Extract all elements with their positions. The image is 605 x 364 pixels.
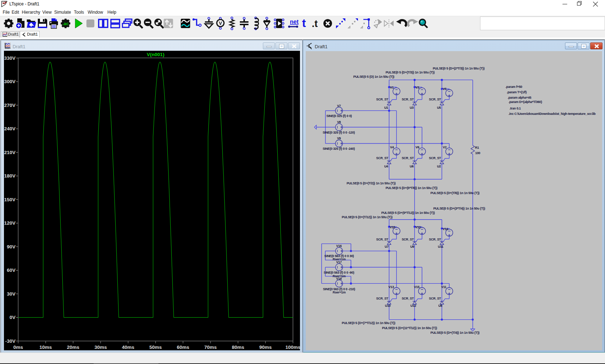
svg-text:PULSE(0 5 {D+(T/4)} 1n 1n 50u: PULSE(0 5 {D+(T/4)} 1n 1n 50u {T}) [430,331,479,334]
svg-text:.param alpha=45: .param alpha=45 [508,96,532,99]
svg-text:SCR_ST: SCR_ST [376,156,389,160]
svg-text:100ms: 100ms [285,345,300,350]
svg-text:40ms: 40ms [122,345,134,350]
svg-text:SCR_ST: SCR_ST [402,238,414,241]
svg-text:SCR_ST: SCR_ST [376,297,389,300]
svg-text:U8: U8 [438,304,442,307]
svg-text:V7: V7 [337,104,341,108]
svg-text:V13: V13 [389,285,394,289]
svg-text:V10: V10 [390,225,395,229]
svg-text:60ms: 60ms [177,345,189,350]
svg-text:V2: V2 [443,145,447,149]
svg-text:50ms: 50ms [149,345,162,350]
svg-text:60V: 60V [7,268,15,273]
svg-text:PULSE(0 5 {D} 1n 1n 50u {T}): PULSE(0 5 {D} 1n 1n 50u {T}) [353,75,394,78]
svg-text:U6: U6 [410,165,414,168]
svg-text:20ms: 20ms [67,345,80,350]
svg-text:PULSE(0 5 {D+(3*T/4)} 1n 1n 50: PULSE(0 5 {D+(3*T/4)} 1n 1n 50u {T}) [433,207,485,210]
svg-text:U7: U7 [385,245,389,248]
svg-text:120V: 120V [4,220,15,226]
svg-text:U11: U11 [438,245,443,248]
svg-text:Rser=1m: Rser=1m [333,257,346,261]
svg-text:net: net [290,19,299,25]
svg-text:300V: 300V [4,79,15,84]
svg-text:PULSE(0 5 {D+(T/2)} 1n 1n 50u: PULSE(0 5 {D+(T/2)} 1n 1n 50u {T}) [346,181,395,185]
svg-text:R1: R1 [475,146,479,149]
svg-text:V(n001): V(n001) [147,52,165,57]
svg-text:Rser=1m: Rser=1m [333,291,346,294]
svg-text:150V: 150V [4,197,15,202]
svg-text:SCR_ST: SCR_ST [402,156,414,160]
svg-text:PULSE(0 5 {D+(5*T/12)} 1n 1n 5: PULSE(0 5 {D+(5*T/12)} 1n 1n 50u {T}) [381,211,435,215]
svg-text:PULSE(0 5 {D+(T/12)} 1n 1n 50u: PULSE(0 5 {D+(T/12)} 1n 1n 50u {T}) [342,215,393,219]
svg-text:SINE(0 325 {f} 0 0): SINE(0 325 {f} 0 0) [326,114,352,118]
svg-text:70ms: 70ms [204,345,217,350]
svg-text:V16: V16 [336,244,342,248]
svg-text:V5: V5 [443,87,447,91]
svg-text:0ms: 0ms [13,345,23,350]
svg-text:V9: V9 [337,136,341,140]
svg-text:SINE(0 325 {f} 0 0 -240): SINE(0 325 {f} 0 0 -240) [323,147,355,150]
svg-text:.inc C:\Users\zkouam\Downloads: .inc C:\Users\zkouam\Downloads\st_high-t… [508,112,596,116]
svg-text:SCR_ST: SCR_ST [429,297,441,300]
svg-text:PULSE(0 5 {D+(7*T/12)} 1n 1n 5: PULSE(0 5 {D+(7*T/12)} 1n 1n 50u {T}) [342,321,395,325]
svg-text:SCR_ST: SCR_ST [429,238,441,241]
svg-text:U10: U10 [385,304,391,307]
svg-text:PULSE(0 5 {D+(T/6)} 1n 1n 50u: PULSE(0 5 {D+(T/6)} 1n 1n 50u {T}) [430,191,479,195]
svg-text:t: t [302,17,306,30]
svg-text:V6: V6 [416,145,420,149]
svg-text:U2: U2 [437,165,441,168]
svg-text:SCR_ST: SCR_ST [376,238,389,241]
svg-text:PULSE(0 5 {D+(5*T/6)} 1n 1n 50: PULSE(0 5 {D+(5*T/6)} 1n 1n 50u {T}) [386,186,438,190]
svg-text:U4: U4 [384,165,388,168]
svg-text:V1: V1 [390,86,394,89]
svg-text:PULSE(0 5 {D+(T/3)} 1n 1n 50u: PULSE(0 5 {D+(T/3)} 1n 1n 50u {T}) [386,71,435,74]
svg-text:.param T={1/f}: .param T={1/f} [507,90,527,94]
svg-text:10ms: 10ms [40,345,52,350]
svg-text:U12: U12 [411,304,416,307]
svg-text:U1: U1 [384,106,388,109]
svg-text:SINE(0 563 {f} 0 0 -210): SINE(0 563 {f} 0 0 -210) [323,287,355,291]
svg-text:PULSE(0 5 {D+(2*T/3)} 1n 1n 50: PULSE(0 5 {D+(2*T/3)} 1n 1n 50u {T}) [433,67,485,70]
svg-text:V15: V15 [414,285,420,289]
svg-text:SCR_ST: SCR_ST [402,98,414,101]
svg-text:330V: 330V [4,55,15,61]
svg-text:SCR_ST: SCR_ST [376,98,389,101]
svg-text:30ms: 30ms [94,345,107,350]
svg-text:V: V [219,21,222,26]
svg-text:V4: V4 [390,145,394,149]
svg-text:PULSE(0 5 {D+(11*T/12)} 1n 1n: PULSE(0 5 {D+(11*T/12)} 1n 1n 50u {T}) [382,326,437,330]
svg-text:V14: V14 [443,227,448,231]
svg-text:U9: U9 [410,245,414,248]
svg-text:V12: V12 [415,225,421,229]
svg-text:.tran 0.1: .tran 0.1 [510,107,521,110]
svg-text:SINE(0 325 {f} 0 0 -120): SINE(0 325 {f} 0 0 -120) [323,131,355,134]
svg-text:V11: V11 [441,285,447,289]
svg-text:U5: U5 [437,106,441,109]
svg-text:Rser=1m: Rser=1m [333,274,346,278]
svg-text:80ms: 80ms [232,345,245,350]
svg-text:SCR_ST: SCR_ST [429,98,441,101]
svg-text:270V: 270V [4,103,15,108]
svg-text:.param f=50: .param f=50 [506,85,523,89]
svg-text:SINE(0 563 {f} 0 0 -90): SINE(0 563 {f} 0 0 -90) [324,271,354,274]
svg-text:V3: V3 [416,86,420,89]
svg-text:210V: 210V [4,150,15,155]
svg-text:.param D={alpha*T/360}: .param D={alpha*T/360} [508,100,542,104]
svg-text:240V: 240V [4,126,15,131]
svg-text:180V: 180V [4,173,15,179]
svg-text:-30V: -30V [5,338,15,344]
svg-text:.ac: .ac [62,21,69,26]
svg-text:V8: V8 [337,120,341,124]
svg-text:SCR_ST: SCR_ST [402,297,414,300]
svg-text:.t: .t [312,18,318,29]
svg-text:100: 100 [475,151,480,155]
svg-text:0V: 0V [9,315,15,320]
svg-text:U3: U3 [410,106,414,109]
svg-text:90ms: 90ms [259,345,272,350]
svg-text:30V: 30V [7,291,15,297]
svg-text:90V: 90V [7,244,15,250]
svg-text:SCR_ST: SCR_ST [429,156,441,160]
